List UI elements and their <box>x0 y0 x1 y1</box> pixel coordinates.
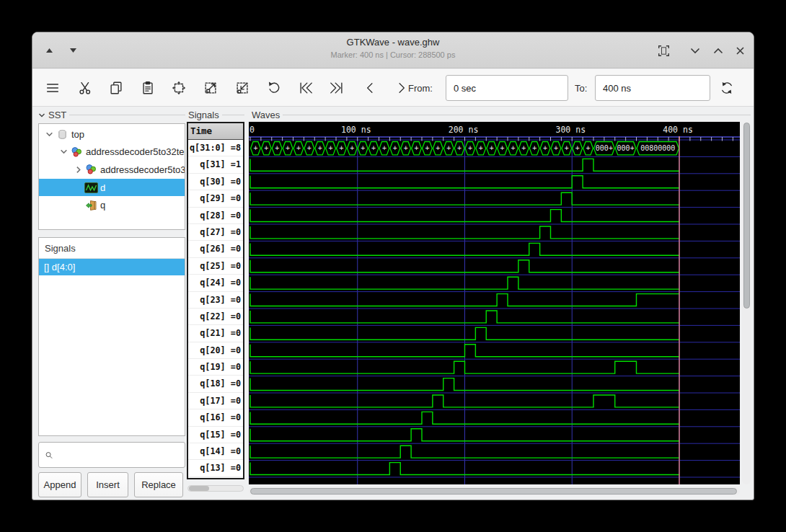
signal-name-row[interactable]: q[31] =1 <box>188 156 243 173</box>
signal-name-row[interactable]: q[22] =0 <box>188 309 243 325</box>
next-edge-icon[interactable] <box>327 79 346 97</box>
signal-name-row[interactable]: q[23] =0 <box>188 292 243 309</box>
prev-transition-icon[interactable] <box>361 79 379 97</box>
signal-name-row[interactable]: q[29] =0 <box>188 190 243 207</box>
signal-name-row[interactable]: q[21] =0 <box>188 325 243 342</box>
tree-item-addressdecoder5to32tes[interactable]: addressdecoder5to32tes <box>39 143 185 161</box>
port-out-icon <box>84 200 98 211</box>
replace-button[interactable]: Replace <box>134 472 183 497</box>
svg-text:+: + <box>586 144 591 152</box>
to-label: To: <box>575 83 587 94</box>
zoom-fit-icon[interactable] <box>169 79 188 97</box>
svg-text:+: + <box>361 144 365 152</box>
svg-text:+: + <box>521 144 526 152</box>
maximize-icon[interactable] <box>710 43 726 58</box>
svg-text:+: + <box>253 144 257 152</box>
signal-name-row[interactable]: q[13] =0 <box>188 460 243 476</box>
svg-text:+: + <box>393 144 397 152</box>
to-input[interactable] <box>595 75 710 101</box>
svg-text:+: + <box>296 144 301 152</box>
window-title: GTKWave - wave.ghw <box>32 37 754 48</box>
svg-text:+: + <box>382 144 387 152</box>
time-header[interactable]: Time <box>188 123 243 140</box>
copy-icon[interactable] <box>107 79 125 97</box>
trace-q[20] <box>250 345 679 357</box>
search-input[interactable] <box>58 450 185 461</box>
tree-item-addressdecoder5to32t[interactable]: addressdecoder5to32t <box>39 161 185 179</box>
svg-text:000+: 000+ <box>596 144 613 152</box>
signal-name-row[interactable]: q[27] =0 <box>188 224 243 241</box>
signal-name-row[interactable]: q[20] =0 <box>188 342 243 359</box>
close-icon[interactable] <box>732 43 748 58</box>
tree-item-top[interactable]: top <box>39 125 185 143</box>
tree-item-d[interactable]: d <box>39 179 185 197</box>
tree-expander-icon[interactable] <box>43 130 55 138</box>
svg-text:200: 200 <box>449 125 464 135</box>
names-hscrollbar[interactable] <box>187 485 244 492</box>
signals-browser-item[interactable]: [] d[4:0] <box>39 259 185 275</box>
insert-button[interactable]: Insert <box>87 472 128 497</box>
gtkwave-window: GTKWave - wave.ghw Marker: 400 ns | Curs… <box>32 32 754 500</box>
signal-name-row[interactable]: q[19] =0 <box>188 359 243 376</box>
tree-item-q[interactable]: q <box>39 196 185 214</box>
svg-text:400: 400 <box>663 125 678 135</box>
signal-name-row[interactable]: q[15] =0 <box>188 427 243 443</box>
signal-name-row[interactable]: q[18] =0 <box>188 376 243 392</box>
signal-name-row[interactable]: q[24] =0 <box>188 275 243 291</box>
tree-item-label: d <box>100 182 105 193</box>
sst-collapse-icon[interactable] <box>38 112 45 119</box>
svg-text:+: + <box>500 144 505 152</box>
svg-text:+: + <box>404 144 408 152</box>
signal-name-row[interactable]: q[31:0] =8 <box>188 140 243 156</box>
marker-cursor-status: Marker: 400 ns | Cursor: 288500 ps <box>32 50 754 59</box>
signals-browser: Signals [] d[4:0] <box>38 237 185 436</box>
database-icon <box>55 129 69 140</box>
reload-icon[interactable] <box>717 79 736 97</box>
prev-edge-icon[interactable] <box>296 79 315 97</box>
tree-expander-icon[interactable] <box>58 148 69 156</box>
svg-text:+: + <box>457 144 462 152</box>
wave-svg: 0100ns200ns300ns400ns+++++++++++++++++++… <box>249 122 740 484</box>
tree-item-label: addressdecoder5to32t <box>100 164 185 175</box>
paste-icon[interactable] <box>138 79 157 97</box>
svg-text:+: + <box>490 144 494 152</box>
signal-name-row[interactable]: q[25] =0 <box>188 258 243 275</box>
signal-name-row[interactable]: q[17] =0 <box>188 393 243 409</box>
cut-icon[interactable] <box>76 79 94 97</box>
fit-window-icon[interactable] <box>655 43 671 58</box>
svg-text:+: + <box>554 144 558 152</box>
timeline-ruler: 0100ns200ns300ns400ns <box>249 125 740 141</box>
search-box <box>38 442 185 468</box>
append-button[interactable]: Append <box>38 472 81 497</box>
svg-text:+: + <box>565 144 569 152</box>
signal-name-row[interactable]: q[28] =0 <box>188 208 243 224</box>
svg-text:+: + <box>575 144 580 152</box>
svg-text:+: + <box>511 144 515 152</box>
signal-name-row[interactable]: q[30] =0 <box>188 174 243 190</box>
svg-text:ns: ns <box>575 125 586 135</box>
tree-expander-icon[interactable] <box>72 166 84 174</box>
signal-name-row[interactable]: q[26] =0 <box>188 241 243 257</box>
search-icon <box>45 450 53 461</box>
zoom-in-icon[interactable] <box>201 79 220 97</box>
svg-text:+: + <box>307 144 312 152</box>
menu-icon[interactable] <box>43 79 62 97</box>
minimize-icon[interactable] <box>687 43 703 58</box>
wave-vscrollbar[interactable] <box>742 122 751 484</box>
svg-text:+: + <box>415 144 419 152</box>
waveform-canvas[interactable]: 0100ns200ns300ns400ns+++++++++++++++++++… <box>249 122 740 484</box>
undo-icon[interactable] <box>265 79 283 97</box>
signal-name-row[interactable]: q[14] =0 <box>188 443 243 460</box>
svg-text:0: 0 <box>250 125 255 135</box>
signal-names-frame: Signals <box>188 110 244 120</box>
zoom-out-icon[interactable] <box>233 79 252 97</box>
sst-frame: SST <box>38 110 185 120</box>
svg-text:+: + <box>318 144 322 152</box>
signals-browser-header: Signals <box>39 238 185 259</box>
from-input[interactable] <box>446 75 568 101</box>
signal-names-panel: Time q[31:0] =8q[31] =1q[30] =0q[29] =0q… <box>187 122 244 479</box>
svg-text:ns: ns <box>469 125 479 135</box>
svg-text:+: + <box>275 144 279 152</box>
signal-name-row[interactable]: q[16] =0 <box>188 409 243 426</box>
wave-hscrollbar[interactable] <box>249 487 740 495</box>
